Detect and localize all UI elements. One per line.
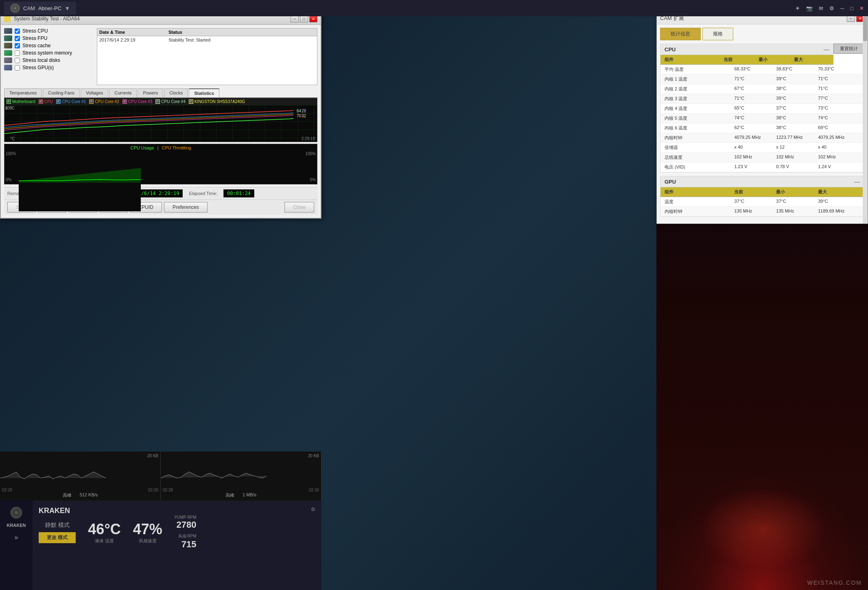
minimize-icon[interactable]: ─ <box>840 5 844 11</box>
cam-scrollbar-thumb[interactable] <box>863 17 867 41</box>
core4-check-label: CPU Core #4 <box>161 99 185 104</box>
cpu-col-max: 最大 <box>794 57 829 63</box>
close-icon[interactable]: ✕ <box>859 5 864 11</box>
tab-voltages[interactable]: Voltages <box>81 88 108 97</box>
cpu-stats-section: CPU — 组件 当前 最小 最大 平均 温度 68.33°C 38.83°C … <box>660 44 864 173</box>
net-chart-1-svg <box>0 454 148 482</box>
chart-check-motherboard[interactable]: Motherboard <box>7 99 35 104</box>
change-mode-button[interactable]: 更改 模式 <box>39 532 76 543</box>
gpu-r1-max: 1189.69 MHz <box>818 208 860 215</box>
cpu-chart-title: CPU Usage | CPU Throttling <box>131 145 191 150</box>
gpu-col-min: 最小 <box>776 189 818 195</box>
tab-clocks[interactable]: Clocks <box>164 88 188 97</box>
close-dialog-button[interactable]: Close <box>284 202 314 213</box>
cpu-row-3: 内核 3 温度 71°C 39°C 77°C <box>660 94 864 104</box>
core3-checkbox[interactable] <box>122 99 127 104</box>
computer-name: Abner-PC <box>38 5 61 11</box>
log-status: Stability Test: Started <box>168 37 315 42</box>
kraken-main-content: KRAKEN ⚙ 静默 模式 更改 模式 46°C 液体 温度 47% 风扇速度… <box>33 500 321 590</box>
cpu-r5-max: 74°C <box>818 115 860 121</box>
memory-stress-icon <box>4 50 12 56</box>
stress-fpu-checkbox[interactable] <box>15 36 20 41</box>
tab-currents[interactable]: Currents <box>109 88 137 97</box>
kraken-expand-icon[interactable]: » <box>15 534 18 541</box>
cpu-r6-max: 69°C <box>818 125 860 131</box>
cpu-r0-current: 68.33°C <box>734 66 776 72</box>
chart-check-core4[interactable]: CPU Core #4 <box>155 99 185 104</box>
cpu-throttle-label: CPU Throttling <box>162 145 191 150</box>
cpu-check-label: CPU <box>44 99 53 104</box>
svg-text:64: 64 <box>297 109 302 113</box>
preferences-button[interactable]: Preferences <box>164 202 208 213</box>
mb-checkbox[interactable] <box>7 99 11 104</box>
cpu-row-1: 内核 1 温度 71°C 39°C 71°C <box>660 75 864 84</box>
cpu-table-header: 组件 当前 最小 最大 <box>660 55 833 65</box>
cpu-r2-max: 71°C <box>818 86 860 92</box>
kraken-sidebar: KRAKEN » <box>0 500 33 590</box>
pump-rpm-row: PUMP RPM 2780 <box>175 515 197 530</box>
net-speed-1: 512 KB/s <box>80 492 98 498</box>
stress-memory-checkbox[interactable] <box>15 50 20 56</box>
aida-main-section: Stress CPU Stress FPU Stress cache <box>4 28 317 85</box>
cpu-r8-component: 倍增器 <box>665 145 734 151</box>
reset-stats-button[interactable]: 重置统计 <box>833 44 864 54</box>
log-table-header: Date & Time Status <box>97 29 317 36</box>
cpu-r7-min: 1223.77 MHz <box>776 135 818 141</box>
kraken-temp-label: 液体 温度 <box>88 538 120 544</box>
gpu-col-current: 当前 <box>734 189 776 195</box>
stress-cpu-label: Stress CPU <box>22 28 48 34</box>
aida-logo-icon <box>4 15 11 22</box>
cpu-r3-min: 39°C <box>776 96 818 102</box>
kraken-temp-value: 46°C <box>88 521 120 538</box>
fan-rpm-label: 风扇 RPM <box>175 533 197 539</box>
gpu-collapse-icon[interactable]: — <box>854 178 860 185</box>
core1-checkbox[interactable] <box>56 99 61 104</box>
stress-cache-checkbox[interactable] <box>15 43 20 48</box>
cpu-r5-current: 74°C <box>734 115 776 121</box>
cpu-r4-component: 内核 4 温度 <box>665 105 734 112</box>
gpu-r0-min: 37°C <box>776 199 818 205</box>
dropdown-arrow-icon[interactable]: ▼ <box>65 5 70 11</box>
tab-cooling-fans[interactable]: Cooling Fans <box>43 88 80 97</box>
stress-gpu-checkbox[interactable] <box>15 65 20 70</box>
camera-icon: 📷 <box>806 5 813 11</box>
stress-cpu-checkbox[interactable] <box>15 29 20 34</box>
core2-checkbox[interactable] <box>89 99 94 104</box>
stress-disk-checkbox[interactable] <box>15 58 20 63</box>
gpu-r0-max: 39°C <box>818 199 860 205</box>
chart-check-cpu[interactable]: CPU <box>39 99 53 104</box>
chart-check-core1[interactable]: CPU Core #1 <box>56 99 86 104</box>
cpu-r4-current: 65°C <box>734 105 776 112</box>
chart-check-core3[interactable]: CPU Core #3 <box>122 99 152 104</box>
gpu-section-header: GPU — <box>660 176 864 187</box>
tab-powers[interactable]: Powers <box>138 88 163 97</box>
cam-tab-stats[interactable]: 统计信息 <box>660 28 701 40</box>
taskbar-cam-item[interactable]: CAM Abner-PC ▼ <box>4 2 76 15</box>
core4-checkbox[interactable] <box>155 99 160 104</box>
gpu-row-0: 温度 37°C 37°C 39°C <box>660 197 864 207</box>
cpu-r1-min: 39°C <box>776 76 818 82</box>
cpu-r4-max: 73°C <box>818 105 860 112</box>
tab-temperatures[interactable]: Temperatures <box>4 88 42 97</box>
log-row: 2017/6/14 2:29:19 Stability Test: Starte… <box>97 36 317 44</box>
chart-check-core2[interactable]: CPU Core #2 <box>89 99 119 104</box>
net-time-end-2: 02:30 <box>309 488 319 492</box>
cpu-temp-checkbox[interactable] <box>39 99 43 104</box>
cpu-r5-component: 内核 5 温度 <box>665 115 734 121</box>
restore-icon[interactable]: □ <box>850 5 853 11</box>
cpu-row-7: 内核时钟 4079.25 MHz 1223.77 MHz 4079.25 MHz <box>660 133 864 143</box>
gpu-r0-current: 37°C <box>734 199 776 205</box>
stress-memory-row: Stress system memory <box>4 50 94 56</box>
cam-scrollbar[interactable] <box>863 13 868 224</box>
cpu-col-component: 组件 <box>665 57 724 63</box>
core3-check-label: CPU Core #3 <box>128 99 152 104</box>
kingston-checkbox[interactable] <box>189 99 193 104</box>
tab-statistics[interactable]: Statistics <box>189 88 219 97</box>
chart-check-kingston[interactable]: KINGSTON SHSS37A240G <box>189 99 245 104</box>
svg-text:70: 70 <box>297 114 302 118</box>
kraken-settings-icon[interactable]: ⚙ <box>311 507 315 512</box>
cpu-r6-min: 38°C <box>776 125 818 131</box>
cam-tab-specs[interactable]: 规格 <box>702 28 733 40</box>
cpu-collapse-icon[interactable]: — <box>824 46 829 53</box>
cpu-row-8: 倍增器 x 40 x 12 x 40 <box>660 143 864 153</box>
